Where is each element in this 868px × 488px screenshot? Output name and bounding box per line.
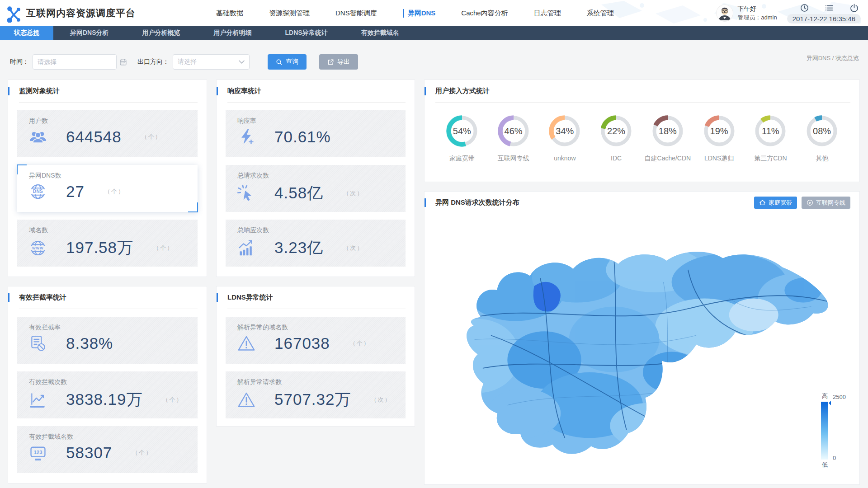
- admin-text: 管理员：admin: [737, 13, 777, 22]
- datetime-badge: 2017-12-22 16:35:46: [787, 14, 861, 23]
- stat-tile[interactable]: 有效拦截次数3838.19万（个）: [17, 371, 198, 418]
- tab-5[interactable]: 有效拦截域名: [344, 26, 416, 40]
- stat-label: 域名数: [29, 226, 198, 235]
- donut-ring: 19%: [702, 113, 737, 149]
- donut-percent: 18%: [650, 113, 685, 149]
- map-legend: 高 2500 低 0: [821, 392, 846, 469]
- stat-label: 总响应次数: [237, 226, 406, 235]
- breadcrumb: 异网DNS / 状态总览: [807, 54, 859, 62]
- donut-category: 自建Cache/CDN: [644, 155, 692, 163]
- stat-value: 70.61%: [274, 128, 331, 146]
- nav-item-3[interactable]: 异网DNS: [403, 7, 436, 20]
- stat-tile[interactable]: 有效拦截率8.38%: [17, 317, 198, 364]
- donut-percent: 46%: [496, 113, 531, 149]
- main-content: 监测对象统计 用户数644548（个）异网DNS数DNS27（个）域名数www1…: [0, 80, 868, 485]
- monitor-123-icon: 123: [29, 444, 47, 462]
- intercept-stats-list: 有效拦截率8.38%有效拦截次数3838.19万（个）有效拦截域名数123583…: [8, 309, 207, 482]
- time-picker[interactable]: [33, 54, 117, 70]
- map-toggle-label: 互联网专线: [816, 199, 845, 207]
- donut-chart[interactable]: 08%其他: [798, 113, 846, 163]
- stat-tile[interactable]: 异网DNS数DNS27（个）: [17, 165, 198, 212]
- donut-ring: 08%: [804, 113, 840, 149]
- card-access-methods: 用户接入方式统计 54%家庭宽带46%互联网专线34%unknow22%IDC1…: [424, 80, 860, 182]
- stat-row: 3838.19万（个）: [29, 389, 198, 410]
- stat-row: 5707.32万（次）: [237, 389, 406, 410]
- stat-tile[interactable]: 解析异常的域名数167038（个）: [226, 317, 406, 364]
- donut-chart[interactable]: 19%LDNS递归: [695, 113, 743, 163]
- power-icon[interactable]: [849, 3, 859, 13]
- stat-row: 3.23亿（次）: [237, 237, 406, 258]
- chevron-down-icon: [239, 60, 245, 64]
- export-button-label: 导出: [337, 58, 350, 66]
- time-input[interactable]: [38, 58, 119, 66]
- user-meta[interactable]: 下午好 管理员：admin: [717, 5, 777, 22]
- calendar-icon[interactable]: [119, 58, 127, 66]
- nav-item-5[interactable]: 日志管理: [534, 7, 561, 20]
- stat-row: 8.38%: [29, 334, 198, 352]
- stat-label: 响应率: [237, 117, 406, 125]
- stat-tile[interactable]: 总请求次数4.58亿（次）: [226, 165, 406, 212]
- stat-tile[interactable]: 有效拦截域名数12358307（个）: [17, 426, 198, 473]
- donut-ring: 54%: [444, 113, 480, 149]
- list-icon[interactable]: [825, 3, 834, 13]
- svg-text:e: e: [809, 201, 811, 205]
- map-toggle-0[interactable]: 家庭宽带: [754, 197, 797, 209]
- tab-1[interactable]: 异网DNS分析: [53, 26, 126, 40]
- nav-item-0[interactable]: 基础数据: [216, 7, 243, 20]
- legend-gradient-bar: [821, 402, 828, 460]
- stat-tile[interactable]: 用户数644548（个）: [17, 110, 198, 157]
- card-title: 异网 DNS请求次数统计分布 家庭宽带e互联网专线: [425, 192, 859, 214]
- donut-percent: 19%: [702, 113, 737, 149]
- stat-tile[interactable]: 域名数www197.58万（个）: [17, 220, 198, 267]
- ldns-stats-list: 解析异常的域名数167038（个）解析异常请求数5707.32万（次）: [217, 309, 415, 427]
- clock-icon[interactable]: [800, 3, 809, 13]
- donut-chart[interactable]: 34%unknow: [541, 113, 589, 163]
- browser-icon: e: [807, 199, 813, 206]
- stat-row: 644548（个）: [29, 128, 198, 146]
- donut-row: 54%家庭宽带46%互联网专线34%unknow22%IDC18%自建Cache…: [425, 103, 859, 163]
- avatar[interactable]: [717, 5, 733, 21]
- click-icon: [237, 184, 255, 202]
- export-button[interactable]: 导出: [319, 54, 358, 70]
- nav-item-6[interactable]: 系统管理: [587, 7, 614, 20]
- nav-item-1[interactable]: 资源探测管理: [269, 7, 310, 20]
- nav-item-2[interactable]: DNS智能调度: [335, 7, 377, 20]
- line-chart-icon: [29, 391, 47, 409]
- stat-value: 58307: [66, 444, 112, 462]
- stat-value: 167038: [274, 334, 330, 352]
- direction-select[interactable]: 请选择: [173, 54, 250, 70]
- main-nav: 基础数据资源探测管理DNS智能调度异网DNSCache内容分析日志管理系统管理: [216, 7, 614, 20]
- nav-item-4[interactable]: Cache内容分析: [461, 7, 508, 20]
- column-right: 用户接入方式统计 54%家庭宽带46%互联网专线34%unknow22%IDC1…: [424, 80, 860, 485]
- stat-row: 167038（个）: [237, 334, 406, 352]
- time-filter-label: 时间：: [10, 58, 29, 66]
- column-left: 监测对象统计 用户数644548（个）异网DNS数DNS27（个）域名数www1…: [8, 80, 207, 483]
- donut-chart[interactable]: 54%家庭宽带: [438, 113, 486, 163]
- map-toggle-1[interactable]: e互联网专线: [802, 197, 850, 209]
- tab-3[interactable]: 用户分析明细: [197, 26, 269, 40]
- card-intercept-stats: 有效拦截率统计 有效拦截率8.38%有效拦截次数3838.19万（个）有效拦截域…: [8, 286, 207, 483]
- stat-value: 4.58亿: [274, 183, 323, 204]
- donut-percent: 08%: [804, 113, 840, 149]
- tab-0[interactable]: 状态总揽: [0, 26, 53, 40]
- donut-chart[interactable]: 18%自建Cache/CDN: [644, 113, 692, 163]
- monitor-stats-list: 用户数644548（个）异网DNS数DNS27（个）域名数www197.58万（…: [8, 103, 207, 276]
- tab-2[interactable]: 用户分析概览: [126, 26, 197, 40]
- search-button[interactable]: 查询: [268, 54, 307, 70]
- donut-chart[interactable]: 46%互联网专线: [490, 113, 538, 163]
- tab-4[interactable]: LDNS异常统计: [269, 26, 344, 40]
- dns-globe-icon: DNS: [29, 183, 47, 201]
- stat-tile[interactable]: 响应率70.61%: [226, 110, 406, 157]
- stat-tile[interactable]: 解析异常请求数5707.32万（次）: [226, 371, 406, 418]
- card-title: 用户接入方式统计: [425, 80, 859, 102]
- donut-category: 第三方CDN: [746, 155, 794, 163]
- block-doc-icon: [29, 334, 47, 352]
- stat-tile[interactable]: 总响应次数3.23亿（次）: [226, 220, 406, 267]
- donut-chart[interactable]: 22%IDC: [592, 113, 640, 163]
- donut-chart[interactable]: 11%第三方CDN: [746, 113, 794, 163]
- region-map[interactable]: [442, 218, 844, 478]
- tab-bar: 状态总揽异网DNS分析用户分析概览用户分析明细LDNS异常统计有效拦截域名: [0, 26, 868, 40]
- legend-min-value: 0: [833, 455, 846, 461]
- home-icon: [759, 199, 766, 206]
- donut-ring: 46%: [496, 113, 531, 149]
